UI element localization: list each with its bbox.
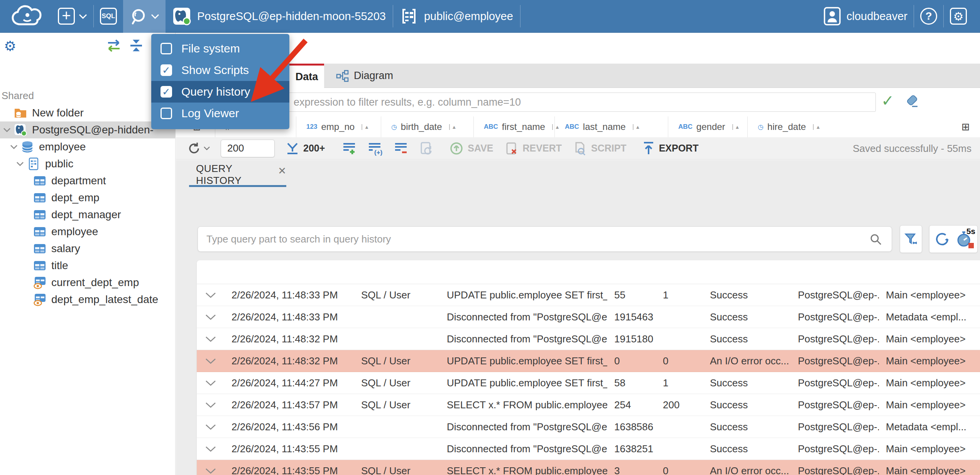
delete-row-button[interactable] <box>394 141 408 156</box>
history-table-row[interactable]: 2/26/2024, 11:44:27 PM SQL / User UPDATE… <box>197 372 980 394</box>
history-table-row[interactable]: 2/26/2024, 11:43:56 PM Disconnected from… <box>197 416 980 438</box>
menu-item[interactable]: Log Viewer <box>151 103 289 124</box>
history-table-row[interactable]: 2/26/2024, 11:48:33 PM Disconnected from… <box>197 306 980 328</box>
revert-button[interactable]: REVERT <box>504 141 562 156</box>
tools-menu-button[interactable] <box>123 0 166 33</box>
grid-column-header[interactable]: ABC first_name ▲ <box>473 116 560 137</box>
chevron-down-icon[interactable] <box>16 162 27 166</box>
fetch-more-button[interactable]: 200+ <box>286 141 325 155</box>
auto-refresh-button[interactable] <box>419 141 434 156</box>
expand-row-icon[interactable] <box>197 468 225 474</box>
expand-row-icon[interactable] <box>197 424 225 430</box>
cell-connection: PostgreSQL@ep-... <box>791 333 879 345</box>
cell-time: 2/26/2024, 11:43:55 PM <box>225 465 354 475</box>
history-table-row[interactable]: 2/26/2024, 11:48:33 PM SQL / User UPDATE… <box>197 284 980 306</box>
grid-column-header[interactable]: 123 emp_no ▲ <box>296 116 369 137</box>
export-button[interactable]: EXPORT <box>642 141 699 156</box>
tree-item[interactable]: dept_manager <box>0 206 175 223</box>
checkbox[interactable] <box>161 86 172 98</box>
column-type-icon: ◷ <box>391 123 397 131</box>
history-filter-button[interactable] <box>900 225 922 253</box>
tree-item[interactable]: New folder <box>0 104 175 121</box>
history-search-input[interactable] <box>198 226 892 252</box>
tree-item[interactable]: public <box>0 155 175 172</box>
tree-item[interactable]: current_dept_emp <box>0 274 175 291</box>
sort-icon[interactable]: ▲ <box>449 124 457 130</box>
checkbox[interactable] <box>161 108 172 119</box>
new-connection-button[interactable]: + <box>52 0 93 33</box>
expand-row-icon[interactable] <box>197 402 225 408</box>
tree-item[interactable]: employee <box>0 138 175 155</box>
tree-item[interactable]: employee <box>0 223 175 240</box>
tree-item[interactable]: salary <box>0 240 175 257</box>
chevron-down-icon[interactable] <box>10 145 21 149</box>
menu-item[interactable]: File system <box>151 38 289 59</box>
cell-context: Main <employee> <box>879 333 980 345</box>
script-button[interactable]: SCRIPT <box>573 141 627 156</box>
refresh-icon[interactable] <box>934 231 951 248</box>
history-table-row[interactable]: 2/26/2024, 11:48:32 PM SQL / User UPDATE… <box>197 350 980 372</box>
save-button[interactable]: SAVE <box>449 141 493 156</box>
menu-item[interactable]: Show Scripts <box>151 59 289 81</box>
collapse-all-icon[interactable] <box>128 39 144 54</box>
tree-item[interactable]: title <box>0 257 175 274</box>
sql-editor-button[interactable]: SQL <box>94 0 123 33</box>
tree-item[interactable]: PostgreSQL@ep-hidden- <box>0 121 175 138</box>
apply-filter-icon[interactable]: ✓ <box>881 92 894 109</box>
tab-diagram[interactable]: Diagram <box>324 64 405 88</box>
history-table-row[interactable]: 2/26/2024, 11:43:55 PM Disconnected from… <box>197 438 980 460</box>
column-type-icon: 123 <box>306 123 317 131</box>
grid-column-header[interactable]: ◷ hire_date ▲ <box>747 116 821 137</box>
close-icon[interactable]: ✕ <box>278 165 286 177</box>
sync-connection-icon[interactable] <box>105 39 123 54</box>
cell-rows: 1 <box>656 289 703 301</box>
sort-icon[interactable]: ▲ <box>362 124 369 130</box>
user-menu-button[interactable]: cloudbeaver <box>817 0 914 33</box>
sidebar-settings-icon[interactable]: ⚙ <box>4 38 16 54</box>
checkbox[interactable] <box>161 64 172 76</box>
history-table-row[interactable]: 2/26/2024, 11:43:55 PM SQL / User SELECT… <box>197 460 980 475</box>
help-button[interactable]: ? <box>914 0 943 33</box>
column-type-icon: ABC <box>565 123 579 131</box>
expand-row-icon[interactable] <box>197 314 225 320</box>
expand-row-icon[interactable] <box>197 336 225 342</box>
history-table-row[interactable]: 2/26/2024, 11:48:32 PM Disconnected from… <box>197 328 980 350</box>
grid-presentation-icon[interactable]: ⊞ <box>961 121 970 133</box>
refresh-button[interactable] <box>187 141 210 156</box>
expand-row-icon[interactable] <box>197 446 225 452</box>
sort-icon[interactable]: ▲ <box>813 124 821 130</box>
cell-context: Main <employee> <box>879 443 980 455</box>
tree-item[interactable]: department <box>0 172 175 189</box>
tab-data[interactable]: Data <box>289 64 324 88</box>
tab-query-history[interactable]: QUERY HISTORY ✕ <box>189 164 286 187</box>
chevron-down-icon[interactable] <box>3 128 14 132</box>
row-limit-input[interactable] <box>221 140 275 157</box>
filter-expression-input[interactable] <box>286 93 876 112</box>
grid-column-header[interactable]: ABC gender ▲ <box>668 116 740 137</box>
erase-filter-icon[interactable] <box>904 93 921 111</box>
cell-text: UPDATE public.employee SET first_... <box>440 377 607 389</box>
auto-refresh-timer-icon[interactable]: 5s <box>956 231 973 248</box>
tree-item[interactable]: dept_emp <box>0 189 175 206</box>
checkbox[interactable] <box>161 43 172 54</box>
cell-connection: PostgreSQL@ep-... <box>791 311 879 323</box>
connection-selector[interactable]: PostgreSQL@ep-hidden-moon-55203 <box>172 7 386 25</box>
menu-item[interactable]: Query history <box>151 81 289 103</box>
grid-column-header[interactable]: ◷ birth_date ▲ <box>381 116 456 137</box>
expand-row-icon[interactable] <box>197 380 225 386</box>
tree-item[interactable]: dept_emp_latest_date <box>0 291 175 308</box>
expand-row-icon[interactable] <box>197 358 225 364</box>
settings-button[interactable]: ⚙ <box>944 0 973 33</box>
expand-row-icon[interactable] <box>197 292 225 298</box>
history-table-row[interactable]: 2/26/2024, 11:43:57 PM SQL / User SELECT… <box>197 394 980 416</box>
query-history-panel: QUERY HISTORY ✕ 5s <box>176 160 980 475</box>
add-row-button[interactable] <box>342 141 357 156</box>
sort-icon[interactable]: ▲ <box>732 124 740 130</box>
cell-connection: PostgreSQL@ep-... <box>791 355 879 367</box>
duplicate-row-button[interactable]: (+) <box>367 141 383 156</box>
cell-context: Main <employee> <box>879 355 980 367</box>
cell-result: Success <box>703 289 791 301</box>
grid-column-header[interactable]: ABC last_name ▲ <box>554 116 640 137</box>
sort-icon[interactable]: ▲ <box>633 124 640 130</box>
schema-selector[interactable]: public@employee <box>400 7 513 25</box>
